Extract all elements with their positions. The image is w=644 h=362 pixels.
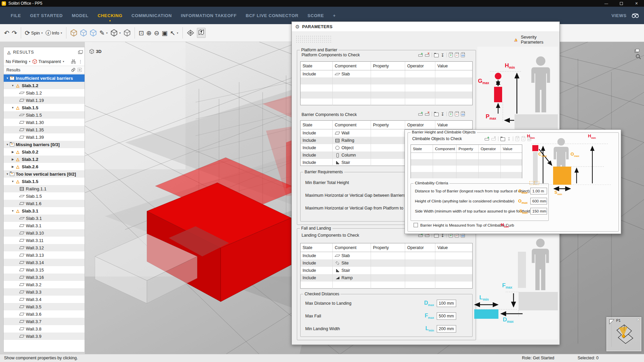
open-icon[interactable] (434, 234, 439, 238)
tree-item[interactable]: ▼ Slab.1.5 (4, 178, 85, 185)
styling-tool[interactable]: ✎▼ (99, 30, 108, 36)
tree-item[interactable]: Slab.1.5 (4, 192, 85, 200)
tree-item[interactable]: Wall.3.16 (4, 274, 85, 281)
tree-item[interactable]: Wall.3.14 (4, 259, 85, 266)
add-row-icon[interactable] (418, 53, 423, 57)
expander-icon[interactable]: ▼ (10, 180, 15, 183)
tree-item[interactable]: Wall.3.3 (4, 288, 85, 296)
table-row[interactable] (411, 166, 522, 172)
import-icon[interactable]: ↧ (507, 137, 511, 141)
curb-checkbox[interactable] (414, 223, 418, 227)
menu-item[interactable]: GET STARTED (30, 13, 63, 18)
parameters-dialog-header[interactable]: ⚙ PARAMETERS (292, 22, 559, 32)
pick-tool[interactable]: ↖▼ (170, 30, 179, 36)
tree-item[interactable]: Wall.3.11 (4, 237, 85, 244)
table-row[interactable] (411, 159, 522, 166)
results-restore-icon[interactable] (78, 51, 82, 54)
tree-item[interactable]: Wall.3.5 (4, 303, 85, 310)
menu-item[interactable]: COMMUNICATION (131, 13, 172, 18)
menu-item-views[interactable]: VIEWS (611, 13, 627, 18)
expander-icon[interactable]: ▶ (10, 158, 15, 161)
expander-icon[interactable]: ▶ (10, 165, 15, 168)
undo-icon[interactable]: ↶ (4, 30, 9, 36)
table-row[interactable] (301, 77, 472, 84)
distance-value-input[interactable]: 200 mm (437, 325, 456, 333)
menu-item[interactable]: SCORE (308, 13, 324, 18)
section-plane-icon[interactable] (186, 29, 195, 37)
tree-item[interactable]: ▶ Slab.0.2 (4, 148, 85, 156)
menu-item[interactable]: CHECKING (98, 13, 122, 18)
paste-remove-icon[interactable]: − (455, 53, 459, 57)
tree-item[interactable]: Wall.3.4 (4, 296, 85, 303)
tree-item[interactable]: Slab.1.5 (4, 111, 85, 119)
tree-item[interactable]: ▼ Slab.3.1 (4, 207, 85, 215)
table-row[interactable] (301, 92, 472, 99)
zoom-in-icon[interactable]: ⊕ (146, 30, 152, 36)
info-tool[interactable]: iInfo▼ (46, 30, 63, 36)
tree-item[interactable]: Wall.3.2 (4, 281, 85, 288)
viewport-restore-icon[interactable] (635, 50, 638, 53)
tree-item[interactable]: Wall.1.6 (4, 200, 85, 207)
tree-item[interactable]: ▼ Too low vertical barriers [0/2] (4, 170, 85, 178)
table-row[interactable] (301, 84, 472, 92)
drag-handle[interactable] (296, 35, 332, 44)
results-column-header[interactable]: Results (4, 66, 85, 74)
tree-item[interactable]: Wall.1.19 (4, 97, 85, 104)
minimap-close-icon[interactable]: ✕ (637, 317, 640, 322)
tree-item[interactable]: ▶ Slab.2.6 (4, 163, 85, 170)
tree-item[interactable]: Wall.3.9 (4, 333, 85, 340)
table-row[interactable]: Include Ramp (301, 274, 472, 282)
table-row[interactable]: Include Stair (301, 267, 472, 274)
paste-replace-icon[interactable]: ▭ (461, 112, 465, 116)
zoom-out-icon[interactable]: ⊖ (154, 30, 159, 36)
section-box-icon[interactable] (123, 29, 131, 37)
menu-item[interactable]: BCF LIVE CONNECTOR (246, 13, 298, 18)
tree-item[interactable]: ▼ Slab.1.5 (4, 104, 85, 111)
redo-icon[interactable]: ↷ (12, 30, 17, 36)
tree-item[interactable]: Slab.1.2 (4, 89, 85, 97)
minimap[interactable]: P1 ✕ (606, 317, 641, 351)
tree-item[interactable]: Wall.3.8 (4, 325, 85, 333)
import-icon[interactable]: ↧ (441, 112, 444, 116)
import-icon[interactable]: ↧ (441, 53, 444, 57)
model-cube-icon[interactable] (70, 29, 77, 37)
tree-item[interactable]: ▼ Slab.1.2 (4, 82, 85, 89)
tree-item[interactable]: Wall.3.15 (4, 266, 85, 274)
severity-parameters-button[interactable]: Severity Parameters (514, 35, 559, 45)
tree-item[interactable]: Wall.1.35 (4, 126, 85, 133)
tree-item[interactable]: ▼ Missing barriers [0/3] (4, 141, 85, 148)
expander-icon[interactable]: ▼ (10, 106, 15, 109)
open-icon[interactable] (434, 54, 439, 57)
delete-row-icon[interactable] (425, 53, 430, 57)
delete-row-icon[interactable] (491, 137, 496, 141)
tree-item[interactable]: Wall.1.30 (4, 119, 85, 126)
close-button[interactable]: ✕ (629, 0, 644, 7)
tree-item[interactable]: Wall.3.7 (4, 318, 85, 325)
paste-add-icon[interactable]: + (449, 53, 453, 57)
filter-dropdown[interactable]: No Filtering (6, 59, 27, 64)
tree-item[interactable]: ▼ Insufficient vertical barriers (4, 74, 85, 82)
view-tab-3d[interactable]: 3D (89, 49, 102, 54)
tree-item[interactable]: Wall.3.1 (4, 222, 85, 229)
paste-remove-icon[interactable]: − (455, 112, 459, 116)
table-row[interactable]: Include Slab (301, 252, 472, 259)
distance-value-input[interactable]: 500 mm (437, 312, 456, 320)
views-goggles-icon[interactable] (631, 13, 639, 18)
menu-item[interactable]: INFORMATION TAKEOFF (181, 13, 236, 18)
hierarchy-icon[interactable] (71, 59, 76, 64)
add-row-icon[interactable] (485, 137, 489, 141)
expander-icon[interactable]: ▼ (5, 77, 10, 80)
expander-icon[interactable]: ▼ (5, 143, 10, 146)
paste-add-icon[interactable]: + (449, 112, 453, 116)
table-row[interactable]: Include Site (301, 259, 472, 267)
tree-item[interactable]: Wall.3.10 (4, 229, 85, 237)
distance-value-input[interactable]: 100 mm (437, 300, 456, 307)
maximize-button[interactable] (614, 0, 629, 7)
table-row[interactable] (411, 153, 522, 159)
table-row[interactable]: Include Slab (301, 70, 472, 77)
menu-item[interactable]: MODEL (72, 13, 89, 18)
paste-replace-icon[interactable]: ▭ (461, 53, 465, 57)
map-tool-active[interactable] (197, 28, 206, 38)
open-icon[interactable] (434, 113, 439, 116)
menu-item[interactable]: + (333, 13, 336, 18)
